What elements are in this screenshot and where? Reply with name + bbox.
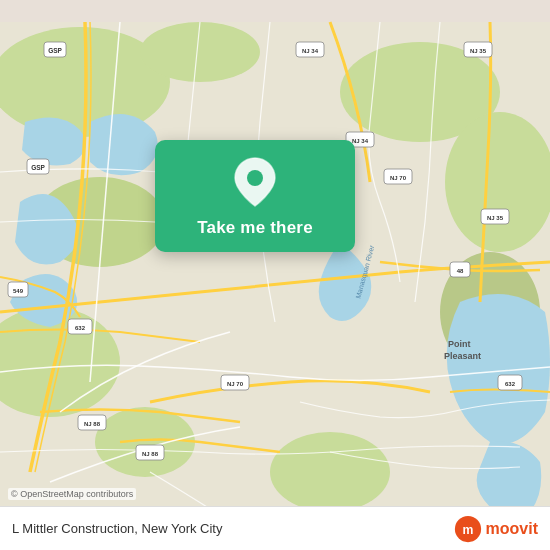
svg-point-8 — [95, 407, 195, 477]
svg-point-41 — [247, 170, 263, 186]
svg-text:632: 632 — [75, 325, 86, 331]
map-container: Point Pleasant Manasquan River GSP GSP N… — [0, 0, 550, 550]
svg-text:GSP: GSP — [31, 164, 45, 171]
svg-point-4 — [445, 112, 550, 252]
svg-text:NJ 88: NJ 88 — [142, 451, 159, 457]
svg-text:NJ 34: NJ 34 — [352, 138, 369, 144]
location-label: L Mittler Construction, New York City — [12, 521, 222, 536]
svg-text:Pleasant: Pleasant — [444, 351, 481, 361]
svg-text:549: 549 — [13, 288, 24, 294]
svg-text:Point: Point — [448, 339, 471, 349]
svg-text:GSP: GSP — [48, 47, 62, 54]
svg-text:NJ 35: NJ 35 — [487, 215, 504, 221]
take-me-there-card[interactable]: Take me there — [155, 140, 355, 252]
svg-text:632: 632 — [505, 381, 516, 387]
pin-icon-container — [229, 156, 281, 208]
moovit-brand-name: moovit — [486, 520, 538, 538]
location-pin-icon — [233, 156, 277, 208]
svg-text:NJ 88: NJ 88 — [84, 421, 101, 427]
svg-point-9 — [270, 432, 390, 512]
moovit-logo: m moovit — [454, 515, 538, 543]
svg-text:m: m — [462, 523, 473, 537]
svg-text:NJ 34: NJ 34 — [302, 48, 319, 54]
svg-text:NJ 70: NJ 70 — [227, 381, 244, 387]
take-me-there-button[interactable]: Take me there — [197, 218, 313, 238]
svg-text:NJ 70: NJ 70 — [390, 175, 407, 181]
svg-text:NJ 35: NJ 35 — [470, 48, 487, 54]
bottom-bar: L Mittler Construction, New York City m … — [0, 506, 550, 550]
svg-text:48: 48 — [457, 268, 464, 274]
svg-point-2 — [140, 22, 260, 82]
map-attribution: © OpenStreetMap contributors — [8, 488, 136, 500]
moovit-icon: m — [454, 515, 482, 543]
